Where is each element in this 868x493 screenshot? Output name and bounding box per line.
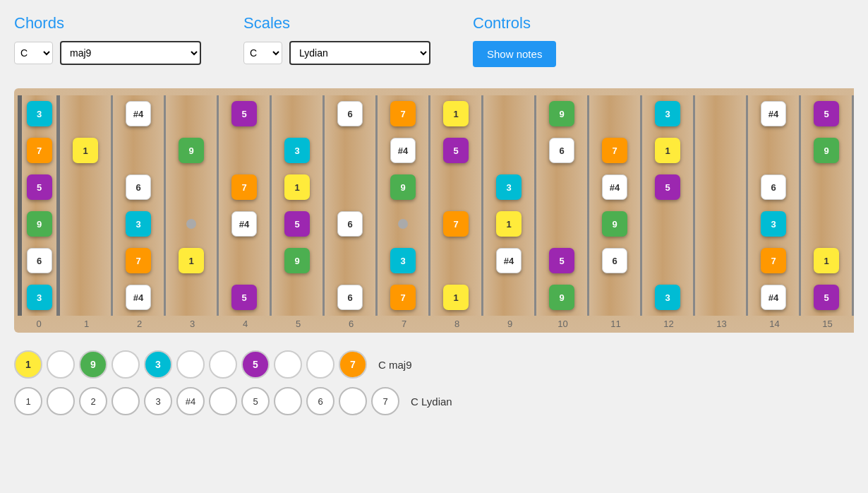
fret-cell-s2-f14: 6 [748, 169, 801, 206]
legend-chord-circle-10: 7 [339, 350, 367, 379]
fret-cell-s5-f5 [272, 279, 325, 316]
legend-chord-circle-9 [306, 350, 334, 379]
fret-cell-s5-f4: 5 [219, 279, 272, 316]
legend-chord-row: 19357C maj9 [14, 350, 854, 379]
fret-cell-s1-f7: #4 [378, 132, 430, 169]
note-badge-s4-f11: 6 [602, 248, 627, 273]
fret-cell-s1-f12: 1 [642, 132, 695, 169]
fret-cell-s3-f6: 6 [325, 206, 378, 242]
fret-cell-s4-f14: 7 [748, 242, 801, 279]
fret-cell-s0-f5 [272, 95, 325, 132]
fret-cell-s1-f9 [483, 132, 536, 169]
chord-root-select[interactable]: CC#DD# EFF#G G#AA#B [14, 42, 53, 64]
fret-cell-s1-f11: 7 [589, 132, 642, 169]
legend: 19357C maj9123#4567C Lydian [14, 340, 854, 415]
string-row-0: 3#4567193#45 [18, 95, 854, 132]
note-badge-s1-f7: #4 [390, 138, 416, 163]
fret-cell-s0-f2: #4 [113, 95, 166, 132]
note-badge-s5-f4: 5 [231, 285, 257, 310]
note-badge-s4-f9: #4 [496, 248, 522, 273]
scales-section: Scales CC#DD# EFF#G G#AA#B MajorMinorLyd… [243, 14, 430, 65]
fret-number-11: 11 [589, 319, 642, 329]
fret-cell-s3-f15 [801, 206, 854, 242]
fret-cell-s5-f11 [589, 279, 642, 316]
note-badge-s0-f8: 1 [443, 101, 469, 126]
fret-cell-s1-f1: 1 [60, 132, 113, 169]
legend-chord-circle-7: 5 [241, 350, 270, 379]
fret-number-3: 3 [166, 319, 219, 329]
fret-cell-s4-f9: #4 [483, 242, 536, 279]
fret-cell-s2-f15 [801, 169, 854, 206]
fret-cell-s3-f5: 5 [272, 206, 325, 242]
note-badge-s4-f0: 6 [27, 248, 52, 273]
fret-number-7: 7 [378, 319, 430, 329]
legend-scale-circle-11: 7 [371, 387, 399, 415]
show-notes-button[interactable]: Show notes [473, 41, 556, 67]
legend-chord-circle-3 [111, 350, 140, 379]
fret-number-13: 13 [695, 319, 748, 329]
fret-cell-s4-f0: 6 [18, 242, 60, 279]
fret-cell-s1-f10: 6 [536, 132, 589, 169]
legend-scale-circle-3 [111, 387, 140, 415]
fret-cell-s5-f2: #4 [113, 279, 166, 316]
fret-number-4: 4 [219, 319, 272, 329]
legend-scale-circle-9: 6 [306, 387, 334, 415]
fret-cell-s0-f0: 3 [18, 95, 60, 132]
note-badge-s2-f4: 7 [231, 174, 257, 200]
chords-controls: CC#DD# EFF#G G#AA#B majmin7maj7 min7maj9… [14, 41, 201, 65]
note-badge-s4-f5: 9 [284, 248, 310, 273]
fret-cell-s2-f1 [60, 169, 113, 206]
fretboard-wrapper: 3#4567193#457193#456719567193#45693#4567… [14, 88, 854, 333]
legend-scale-circle-5: #4 [176, 387, 205, 415]
scale-root-select[interactable]: CC#DD# EFF#G G#AA#B [243, 42, 282, 64]
note-badge-s5-f10: 9 [549, 285, 574, 310]
fret-cell-s3-f4: #4 [219, 206, 272, 242]
fret-cell-s5-f15: 5 [801, 279, 854, 316]
fretboard-container: 3#4567193#457193#456719567193#45693#4567… [14, 88, 854, 333]
note-badge-s5-f15: 5 [814, 285, 839, 310]
legend-scale-label: C Lydian [411, 396, 452, 408]
note-badge-s0-f15: 5 [814, 101, 839, 126]
fret-cell-s0-f14: #4 [748, 95, 801, 132]
string-row-4: 67193#45671 [18, 242, 854, 279]
string-row-5: 3#4567193#45 [18, 279, 854, 316]
top-bar: Chords CC#DD# EFF#G G#AA#B majmin7maj7 m… [14, 14, 854, 67]
fret-cell-s4-f7: 3 [378, 242, 430, 279]
fret-cell-s4-f10: 5 [536, 242, 589, 279]
note-badge-s5-f2: #4 [126, 285, 151, 310]
legend-chord-circle-1 [47, 350, 75, 379]
note-badge-s0-f6: 6 [337, 101, 363, 126]
legend-scale-circle-1 [47, 387, 75, 415]
scales-title: Scales [243, 14, 430, 32]
note-badge-s3-f11: 9 [602, 211, 627, 237]
fret-cell-s5-f10: 9 [536, 279, 589, 316]
note-badge-s0-f12: 3 [655, 101, 680, 126]
fret-cell-s0-f12: 3 [642, 95, 695, 132]
fret-cell-s0-f10: 9 [536, 95, 589, 132]
legend-scale-circle-2: 2 [79, 387, 107, 415]
chord-type-select[interactable]: majmin7maj7 min7maj9min9 dimaugsus2sus4 [60, 41, 201, 65]
fret-cell-s0-f1 [60, 95, 113, 132]
note-badge-s2-f14: 6 [761, 174, 786, 200]
fret-cell-s5-f1 [60, 279, 113, 316]
note-badge-s1-f15: 9 [814, 138, 839, 163]
note-badge-s2-f5: 1 [284, 174, 310, 200]
fret-cell-s2-f13 [695, 169, 748, 206]
scale-type-select[interactable]: MajorMinorLydian MixolydianDorianPhrygia… [289, 41, 430, 65]
fret-cell-s1-f6 [325, 132, 378, 169]
note-badge-s0-f14: #4 [761, 101, 786, 126]
fret-cell-s4-f13 [695, 242, 748, 279]
fret-cell-s3-f1 [60, 206, 113, 242]
note-badge-s5-f12: 3 [655, 285, 680, 310]
fret-cell-s0-f7: 7 [378, 95, 430, 132]
fret-cell-s5-f3 [166, 279, 219, 316]
fret-cell-s0-f3 [166, 95, 219, 132]
note-badge-s3-f0: 9 [27, 211, 52, 237]
controls-title: Controls [473, 14, 556, 32]
note-badge-s0-f4: 5 [231, 101, 257, 126]
legend-chord-circle-0: 1 [14, 350, 42, 379]
note-badge-s4-f2: 7 [126, 248, 151, 273]
fret-cell-s2-f8 [430, 169, 483, 206]
note-badge-s5-f6: 6 [337, 285, 363, 310]
fret-number-9: 9 [483, 319, 536, 329]
